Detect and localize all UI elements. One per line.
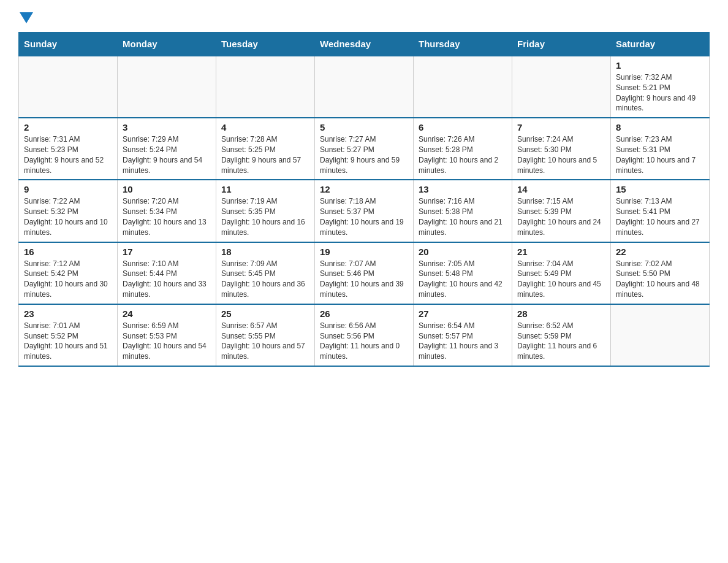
calendar-cell: 8Sunrise: 7:23 AMSunset: 5:31 PMDaylight… [611, 118, 710, 180]
day-number: 22 [616, 247, 704, 257]
day-info: Sunrise: 7:26 AMSunset: 5:28 PMDaylight:… [419, 134, 507, 175]
day-info: Sunrise: 7:29 AMSunset: 5:24 PMDaylight:… [123, 134, 211, 175]
calendar-cell [315, 56, 414, 118]
day-number: 16 [24, 247, 112, 257]
calendar-cell: 22Sunrise: 7:02 AMSunset: 5:50 PMDayligh… [611, 242, 710, 304]
calendar-cell [414, 56, 512, 118]
calendar-cell: 1Sunrise: 7:32 AMSunset: 5:21 PMDaylight… [611, 56, 710, 118]
day-info: Sunrise: 7:07 AMSunset: 5:46 PMDaylight:… [320, 259, 408, 300]
day-header-friday: Friday [512, 33, 611, 56]
day-number: 1 [616, 60, 704, 71]
day-info: Sunrise: 7:10 AMSunset: 5:44 PMDaylight:… [123, 259, 211, 300]
day-number: 12 [320, 184, 408, 194]
day-number: 11 [221, 184, 309, 194]
day-number: 20 [419, 247, 507, 257]
calendar-cell: 7Sunrise: 7:24 AMSunset: 5:30 PMDaylight… [512, 118, 611, 180]
calendar-week-row: 9Sunrise: 7:22 AMSunset: 5:32 PMDaylight… [19, 180, 710, 242]
calendar-cell: 16Sunrise: 7:12 AMSunset: 5:42 PMDayligh… [19, 242, 118, 304]
day-header-thursday: Thursday [414, 33, 512, 56]
day-number: 26 [320, 308, 408, 319]
calendar-cell: 10Sunrise: 7:20 AMSunset: 5:34 PMDayligh… [118, 180, 216, 242]
calendar-table: SundayMondayTuesdayWednesdayThursdayFrid… [18, 32, 710, 367]
day-info: Sunrise: 6:52 AMSunset: 5:59 PMDaylight:… [517, 321, 605, 362]
day-number: 25 [221, 308, 309, 319]
day-info: Sunrise: 7:28 AMSunset: 5:25 PMDaylight:… [221, 134, 309, 175]
day-number: 15 [616, 184, 704, 194]
svg-marker-0 [20, 12, 33, 23]
day-number: 28 [517, 308, 605, 319]
day-info: Sunrise: 7:24 AMSunset: 5:30 PMDaylight:… [517, 134, 605, 175]
calendar-cell: 13Sunrise: 7:16 AMSunset: 5:38 PMDayligh… [414, 180, 512, 242]
calendar-cell: 28Sunrise: 6:52 AMSunset: 5:59 PMDayligh… [512, 304, 611, 366]
calendar-week-row: 2Sunrise: 7:31 AMSunset: 5:23 PMDaylight… [19, 118, 710, 180]
day-header-saturday: Saturday [611, 33, 710, 56]
day-info: Sunrise: 7:12 AMSunset: 5:42 PMDaylight:… [24, 259, 112, 300]
day-header-monday: Monday [118, 33, 216, 56]
day-info: Sunrise: 6:54 AMSunset: 5:57 PMDaylight:… [419, 321, 507, 362]
day-header-sunday: Sunday [19, 33, 118, 56]
day-info: Sunrise: 7:18 AMSunset: 5:37 PMDaylight:… [320, 196, 408, 237]
day-number: 8 [616, 122, 704, 132]
day-number: 6 [419, 122, 507, 132]
calendar-cell: 9Sunrise: 7:22 AMSunset: 5:32 PMDaylight… [19, 180, 118, 242]
day-number: 27 [419, 308, 507, 319]
calendar-cell: 2Sunrise: 7:31 AMSunset: 5:23 PMDaylight… [19, 118, 118, 180]
day-number: 17 [123, 247, 211, 257]
day-number: 13 [419, 184, 507, 194]
calendar-week-row: 1Sunrise: 7:32 AMSunset: 5:21 PMDaylight… [19, 56, 710, 118]
calendar-header-row: SundayMondayTuesdayWednesdayThursdayFrid… [19, 33, 710, 56]
calendar-cell [512, 56, 611, 118]
calendar-cell: 5Sunrise: 7:27 AMSunset: 5:27 PMDaylight… [315, 118, 414, 180]
day-info: Sunrise: 7:15 AMSunset: 5:39 PMDaylight:… [517, 196, 605, 237]
day-info: Sunrise: 7:23 AMSunset: 5:31 PMDaylight:… [616, 134, 704, 175]
day-number: 10 [123, 184, 211, 194]
day-number: 7 [517, 122, 605, 132]
logo-arrow-icon [20, 12, 33, 26]
day-info: Sunrise: 7:16 AMSunset: 5:38 PMDaylight:… [419, 196, 507, 237]
calendar-cell: 6Sunrise: 7:26 AMSunset: 5:28 PMDaylight… [414, 118, 512, 180]
calendar-week-row: 23Sunrise: 7:01 AMSunset: 5:52 PMDayligh… [19, 304, 710, 366]
calendar-cell: 3Sunrise: 7:29 AMSunset: 5:24 PMDaylight… [118, 118, 216, 180]
day-number: 24 [123, 308, 211, 319]
calendar-cell [19, 56, 118, 118]
calendar-cell: 21Sunrise: 7:04 AMSunset: 5:49 PMDayligh… [512, 242, 611, 304]
day-info: Sunrise: 7:02 AMSunset: 5:50 PMDaylight:… [616, 259, 704, 300]
day-info: Sunrise: 7:04 AMSunset: 5:49 PMDaylight:… [517, 259, 605, 300]
day-info: Sunrise: 7:09 AMSunset: 5:45 PMDaylight:… [221, 259, 309, 300]
day-number: 19 [320, 247, 408, 257]
logo [18, 12, 33, 26]
calendar-cell: 24Sunrise: 6:59 AMSunset: 5:53 PMDayligh… [118, 304, 216, 366]
day-info: Sunrise: 7:01 AMSunset: 5:52 PMDaylight:… [24, 321, 112, 362]
day-number: 4 [221, 122, 309, 132]
day-number: 14 [517, 184, 605, 194]
day-number: 3 [123, 122, 211, 132]
calendar-cell: 4Sunrise: 7:28 AMSunset: 5:25 PMDaylight… [216, 118, 315, 180]
calendar-cell: 12Sunrise: 7:18 AMSunset: 5:37 PMDayligh… [315, 180, 414, 242]
day-info: Sunrise: 6:59 AMSunset: 5:53 PMDaylight:… [123, 321, 211, 362]
calendar-cell [216, 56, 315, 118]
day-number: 2 [24, 122, 112, 132]
day-info: Sunrise: 7:27 AMSunset: 5:27 PMDaylight:… [320, 134, 408, 175]
day-info: Sunrise: 7:19 AMSunset: 5:35 PMDaylight:… [221, 196, 309, 237]
calendar-cell: 11Sunrise: 7:19 AMSunset: 5:35 PMDayligh… [216, 180, 315, 242]
day-info: Sunrise: 7:22 AMSunset: 5:32 PMDaylight:… [24, 196, 112, 237]
page-header [18, 12, 710, 26]
day-number: 23 [24, 308, 112, 319]
day-number: 21 [517, 247, 605, 257]
day-info: Sunrise: 6:57 AMSunset: 5:55 PMDaylight:… [221, 321, 309, 362]
calendar-cell: 18Sunrise: 7:09 AMSunset: 5:45 PMDayligh… [216, 242, 315, 304]
day-info: Sunrise: 7:05 AMSunset: 5:48 PMDaylight:… [419, 259, 507, 300]
day-number: 18 [221, 247, 309, 257]
calendar-cell: 23Sunrise: 7:01 AMSunset: 5:52 PMDayligh… [19, 304, 118, 366]
day-info: Sunrise: 7:20 AMSunset: 5:34 PMDaylight:… [123, 196, 211, 237]
calendar-cell [611, 304, 710, 366]
day-header-tuesday: Tuesday [216, 33, 315, 56]
day-info: Sunrise: 6:56 AMSunset: 5:56 PMDaylight:… [320, 321, 408, 362]
day-info: Sunrise: 7:32 AMSunset: 5:21 PMDaylight:… [616, 72, 704, 113]
day-number: 5 [320, 122, 408, 132]
calendar-cell: 17Sunrise: 7:10 AMSunset: 5:44 PMDayligh… [118, 242, 216, 304]
calendar-cell: 25Sunrise: 6:57 AMSunset: 5:55 PMDayligh… [216, 304, 315, 366]
calendar-cell: 14Sunrise: 7:15 AMSunset: 5:39 PMDayligh… [512, 180, 611, 242]
calendar-week-row: 16Sunrise: 7:12 AMSunset: 5:42 PMDayligh… [19, 242, 710, 304]
calendar-cell: 19Sunrise: 7:07 AMSunset: 5:46 PMDayligh… [315, 242, 414, 304]
